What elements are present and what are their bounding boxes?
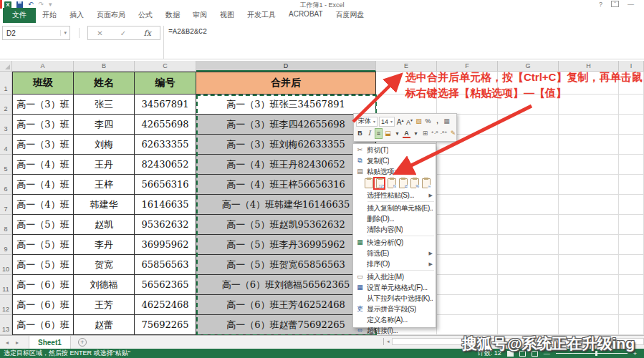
center-align-icon[interactable]: ≡	[375, 128, 383, 139]
cell-H10[interactable]	[559, 255, 619, 275]
cell-F12[interactable]	[437, 295, 498, 315]
cell-A2[interactable]: 高一（3）班	[12, 95, 74, 115]
cell-B7[interactable]: 韩建华	[74, 195, 135, 215]
row-header-1[interactable]: 1	[0, 72, 12, 95]
ribbon-tab-插入[interactable]: 插入	[63, 8, 90, 23]
cell-B12[interactable]: 王芳	[74, 295, 135, 315]
ribbon-tab-视图[interactable]: 视图	[213, 8, 241, 23]
row-header-13[interactable]: 13	[0, 315, 12, 335]
cell-I9[interactable]	[619, 235, 644, 255]
cell-A12[interactable]: 高一（6）班	[12, 295, 74, 315]
cell-C7[interactable]: 16146635	[135, 195, 196, 215]
menu-item-hyperlink[interactable]: ∞超链接(I)...	[353, 325, 436, 336]
fill-color-icon[interactable]: ⬓	[384, 129, 392, 138]
cell-F13[interactable]	[437, 315, 498, 335]
increase-decimal-icon[interactable]: ⁺·⁰	[431, 129, 438, 138]
cell-F11[interactable]	[437, 275, 498, 295]
cell-D6[interactable]: 高一（4）班王梓56656316	[196, 175, 376, 195]
cell-A13[interactable]: 高一（6）班	[12, 315, 74, 335]
cell-D3[interactable]: 高一（3）班李四42655698	[196, 115, 376, 135]
ribbon-tab-ACROBAT[interactable]: ACROBAT	[282, 8, 330, 23]
menu-item-paste-options[interactable]: ▤粘贴选项:	[353, 166, 436, 177]
font-size-select[interactable]: 14 ▾	[379, 117, 395, 127]
cell-C2[interactable]: 34567891	[135, 95, 196, 115]
menu-item-insert-comment[interactable]: ▭插入批注(M)	[353, 271, 436, 282]
cell-G10[interactable]	[498, 255, 559, 275]
cell-H12[interactable]	[559, 295, 619, 315]
cell-G6[interactable]	[498, 175, 559, 195]
row-header-2[interactable]: 2	[0, 95, 12, 115]
cell-H11[interactable]	[559, 275, 619, 295]
sheet-tab-sheet1[interactable]: Sheet1	[29, 336, 71, 349]
cell-C5[interactable]: 82430652	[135, 155, 196, 175]
cell-I7[interactable]	[619, 195, 644, 215]
cell-G5[interactable]	[498, 155, 559, 175]
cell-D5[interactable]: 高一（4）班王丹82430652	[196, 155, 376, 175]
name-box-dropdown-icon[interactable]: ▾	[60, 30, 69, 36]
row-header-4[interactable]: 4	[0, 135, 12, 155]
ribbon-tab-file[interactable]: 文件	[3, 8, 36, 23]
row-header-6[interactable]: 6	[0, 175, 12, 195]
cell-A11[interactable]: 高一（6）班	[12, 275, 74, 295]
cell-A9[interactable]: 高一（5）班	[12, 235, 74, 255]
ribbon-tab-数据[interactable]: 数据	[159, 8, 186, 23]
cell-I6[interactable]	[619, 175, 644, 195]
cell-I3[interactable]	[619, 115, 644, 135]
add-sheet-icon[interactable]: +	[78, 338, 87, 347]
name-box[interactable]: D2 ▾	[2, 26, 70, 40]
cell-F10[interactable]	[437, 255, 498, 275]
cell-C11[interactable]: 56562365	[135, 275, 196, 295]
row-header-9[interactable]: 9	[0, 235, 12, 255]
cell-B4[interactable]: 刘梅	[74, 135, 135, 155]
column-header-A[interactable]: A	[12, 61, 74, 72]
ribbon-tab-公式[interactable]: 公式	[132, 8, 159, 23]
menu-item-cut[interactable]: ✂剪切(T)	[353, 145, 436, 155]
cell-A5[interactable]: 高一（4）班	[12, 155, 74, 175]
menu-item-pick-from-list[interactable]: 从下拉列表中选择(K)...	[353, 293, 436, 304]
ribbon-tab-百度网盘[interactable]: 百度网盘	[330, 8, 371, 23]
hscroll-left-icon[interactable]: ◂	[387, 339, 390, 344]
row-header-10[interactable]: 10	[0, 255, 12, 275]
cell-H4[interactable]	[559, 135, 619, 155]
table-header-cell-班级[interactable]: 班级	[12, 72, 74, 95]
row-header-7[interactable]: 7	[0, 195, 12, 215]
paste-option-paste-link-icon[interactable]: ∞	[422, 178, 431, 188]
format-as-table-icon[interactable]: ▦	[443, 117, 451, 126]
cell-B5[interactable]: 王丹	[74, 155, 135, 175]
row-header-5[interactable]: 5	[0, 155, 12, 175]
paste-option-paste-formulas-icon[interactable]: fx	[388, 178, 396, 188]
cell-G7[interactable]	[498, 195, 559, 215]
menu-item-copy[interactable]: ⧉复制(C)	[353, 155, 436, 166]
cell-C10[interactable]: 65856563	[135, 255, 196, 275]
formula-input[interactable]: =A2&B2&C2	[163, 26, 644, 59]
cell-A7[interactable]: 高一（4）班	[12, 195, 74, 215]
select-all-corner[interactable]	[0, 61, 12, 72]
paste-option-paste-transpose-icon[interactable]: ⇄	[399, 178, 408, 188]
cell-A3[interactable]: 高一（3）班	[12, 115, 74, 135]
fill-dropdown-icon[interactable]: ▾	[393, 129, 401, 138]
cell-H13[interactable]	[559, 315, 619, 335]
column-header-C[interactable]: C	[135, 61, 196, 72]
font-color-dropdown-icon[interactable]: ▾	[412, 129, 420, 138]
cell-B6[interactable]: 王梓	[74, 175, 135, 195]
cell-H7[interactable]	[559, 195, 619, 215]
paste-option-paste-formatting-icon[interactable]: %	[410, 178, 419, 188]
column-header-B[interactable]: B	[74, 61, 135, 72]
cell-I11[interactable]	[619, 275, 644, 295]
menu-item-clear-contents[interactable]: 清除内容(N)	[353, 224, 436, 235]
cell-B9[interactable]: 李丹	[74, 235, 135, 255]
table-header-cell-合并后[interactable]: 合并后	[196, 72, 376, 95]
brush-icon[interactable]: ✎	[449, 129, 457, 138]
cell-C3[interactable]: 42655698	[135, 115, 196, 135]
cancel-icon[interactable]: ✕	[97, 29, 102, 37]
menu-item-filter[interactable]: 筛选(E)▶	[353, 248, 436, 258]
cell-H9[interactable]	[559, 235, 619, 255]
bold-icon[interactable]: B	[356, 129, 364, 138]
menu-item-sort[interactable]: 排序(O)▶	[353, 258, 436, 269]
font-name-select[interactable]: 宋体 ▾	[356, 117, 378, 127]
ribbon-tab-审阅[interactable]: 审阅	[186, 8, 213, 23]
cell-G8[interactable]	[498, 215, 559, 235]
cell-I4[interactable]	[619, 135, 644, 155]
cell-D7[interactable]: 高一（4）班韩建华16146635	[196, 195, 376, 215]
ribbon-display-options-icon[interactable]: ⌃	[611, 1, 619, 7]
